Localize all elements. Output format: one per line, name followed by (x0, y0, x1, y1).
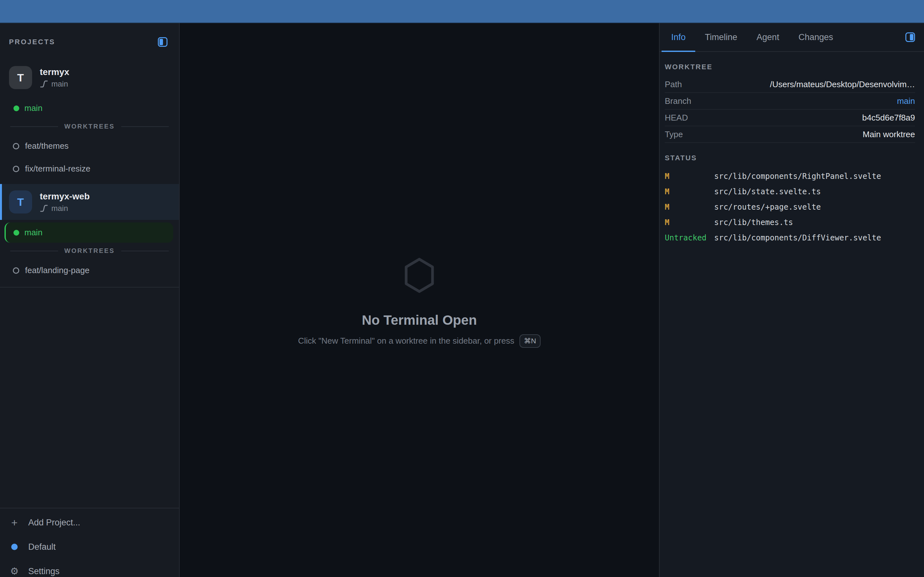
project-avatar: T (9, 66, 32, 89)
info-panel: Info Timeline Agent Changes WORKTREE Pat… (659, 23, 924, 577)
plus-icon: + (9, 517, 20, 528)
tab-agent[interactable]: Agent (747, 23, 789, 51)
project-avatar: T (9, 190, 32, 213)
projects-sidebar: PROJECTS T termyx main main (0, 23, 180, 577)
worktree-circle-icon (13, 166, 19, 172)
info-row-head: HEAD b4c5d6e7f8a9 (665, 110, 915, 126)
status-file-row[interactable]: M src/lib/state.svelte.ts (665, 184, 915, 199)
branch-icon (40, 204, 48, 213)
project-branch: main (40, 204, 90, 213)
panel-tabs: Info Timeline Agent Changes (660, 23, 924, 52)
info-row-path: Path /Users/mateus/Desktop/Desenvolvim… (665, 76, 915, 93)
panel-content: WORKTREE Path /Users/mateus/Desktop/Dese… (660, 52, 924, 245)
status-section-title: STATUS (665, 154, 915, 162)
head-value: b4c5d6e7f8a9 (862, 113, 915, 123)
project-item-termyx[interactable]: T termyx main (0, 60, 179, 95)
worktree-section-title: WORKTREE (665, 63, 915, 71)
info-row-type: Type Main worktree (665, 126, 915, 143)
worktree-item-feat-themes[interactable]: feat/themes (0, 135, 179, 157)
project-item-termyx-web[interactable]: T termyx-web main (0, 184, 179, 220)
tab-timeline[interactable]: Timeline (695, 23, 747, 51)
status-badge: M (665, 172, 714, 181)
path-value: /Users/mateus/Desktop/Desenvolvim… (770, 79, 915, 89)
project-group-termyx: T termyx main main WORKTREES (0, 60, 179, 180)
git-status-list: M src/lib/components/RightPanel.svelte M… (665, 169, 915, 245)
tab-changes[interactable]: Changes (789, 23, 843, 51)
worktree-info-table: Path /Users/mateus/Desktop/Desenvolvim… … (665, 76, 915, 143)
worktree-item-feat-landing-page[interactable]: feat/landing-page (0, 259, 179, 282)
hexagon-icon (404, 258, 435, 293)
status-badge: M (665, 203, 714, 211)
empty-state-title: No Terminal Open (362, 313, 477, 328)
worktree-item-fix-terminal-resize[interactable]: fix/terminal-resize (0, 157, 179, 180)
tab-info[interactable]: Info (662, 23, 695, 51)
worktree-circle-icon (13, 143, 19, 149)
type-value: Main worktree (863, 129, 915, 139)
status-badge: M (665, 218, 714, 227)
add-project-button[interactable]: + Add Project... (0, 510, 179, 535)
sidebar-title: PROJECTS (9, 38, 55, 46)
sidebar-footer: + Add Project... Default ⚙ Settings (0, 508, 179, 577)
shortcut-kbd: ⌘N (519, 334, 541, 348)
empty-state-hint: Click "New Terminal" on a worktree in th… (298, 334, 541, 348)
dot-icon (9, 544, 20, 550)
status-badge: Untracked (665, 234, 714, 242)
gear-icon: ⚙ (9, 566, 20, 576)
status-file-row[interactable]: M src/lib/themes.ts (665, 215, 915, 230)
branch-status-dot (13, 105, 19, 111)
default-profile-button[interactable]: Default (0, 535, 179, 559)
app-body: PROJECTS T termyx main main (0, 23, 924, 577)
worktree-item-main[interactable]: main (0, 98, 179, 118)
worktree-circle-icon (13, 268, 19, 274)
settings-button[interactable]: ⚙ Settings (0, 559, 179, 577)
branch-status-dot (13, 230, 19, 235)
panel-toggle-icon[interactable] (905, 32, 915, 42)
project-group-termyx-web: T termyx-web main main WORKTREES (0, 184, 179, 287)
empty-state: No Terminal Open Click "New Terminal" on… (298, 258, 541, 348)
project-branch: main (40, 79, 69, 89)
project-name: termyx (40, 67, 69, 77)
status-file-row[interactable]: Untracked src/lib/components/DiffViewer.… (665, 230, 915, 245)
worktrees-divider: WORKTREES (10, 247, 169, 255)
status-file-row[interactable]: M src/routes/+page.svelte (665, 199, 915, 215)
status-badge: M (665, 187, 714, 196)
window-titlebar[interactable] (0, 0, 924, 23)
sidebar-toggle-icon[interactable] (158, 37, 168, 47)
branch-value[interactable]: main (897, 96, 915, 106)
project-name: termyx-web (40, 191, 90, 202)
worktree-item-main-selected[interactable]: main (5, 222, 173, 243)
info-row-branch: Branch main (665, 93, 915, 110)
sidebar-header: PROJECTS (0, 23, 179, 60)
branch-icon (40, 80, 48, 88)
worktrees-divider: WORKTREES (10, 123, 169, 130)
status-file-row[interactable]: M src/lib/components/RightPanel.svelte (665, 169, 915, 184)
terminal-area: No Terminal Open Click "New Terminal" on… (180, 23, 659, 577)
